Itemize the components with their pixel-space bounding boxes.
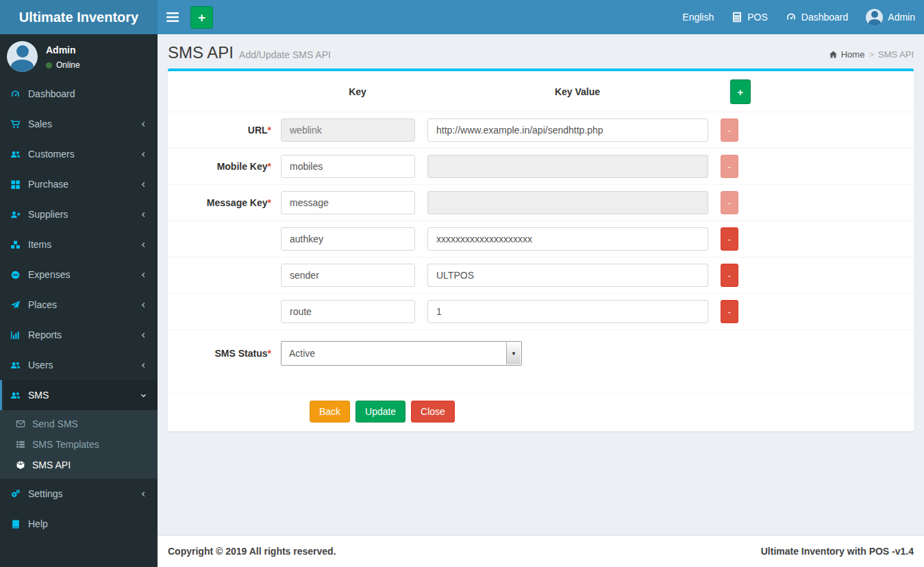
sidebar-item-purchase[interactable]: Purchase bbox=[0, 169, 158, 199]
quick-add-button[interactable]: + bbox=[190, 6, 213, 29]
sidebar-item-settings[interactable]: Settings bbox=[0, 479, 158, 509]
row-label: Message Key* bbox=[177, 197, 281, 208]
sms-status-select[interactable]: Active ▼ bbox=[281, 341, 522, 366]
sidebar-item-label: Purchase bbox=[28, 179, 68, 190]
sidebar-item-customers[interactable]: Customers bbox=[0, 139, 158, 169]
sidebar-item-sms-api[interactable]: SMS API bbox=[0, 455, 158, 475]
back-button[interactable]: Back bbox=[310, 401, 350, 423]
user-menu-label: Admin bbox=[888, 12, 915, 23]
dashboard-link[interactable]: Dashboard bbox=[777, 0, 858, 34]
app-title: Ultimate Inventory bbox=[19, 10, 138, 25]
pos-label: POS bbox=[747, 12, 768, 23]
user-avatar bbox=[7, 41, 38, 72]
key-input[interactable] bbox=[281, 191, 415, 214]
list-icon bbox=[16, 440, 25, 449]
cubes-icon bbox=[10, 240, 21, 250]
chevron-left-icon bbox=[140, 301, 147, 309]
chevron-down-icon bbox=[140, 392, 147, 399]
key-input[interactable] bbox=[281, 300, 415, 323]
remove-row-button[interactable]: - bbox=[721, 264, 738, 287]
key-value-input[interactable] bbox=[427, 300, 708, 323]
page-footer: Copyright © 2019 All rights reserved. Ul… bbox=[158, 535, 924, 567]
close-button[interactable]: Close bbox=[411, 401, 455, 423]
key-value-column-header: Key Value bbox=[437, 86, 718, 97]
key-value-input bbox=[427, 155, 708, 178]
sidebar-item-users[interactable]: Users bbox=[0, 350, 158, 380]
select-arrow-icon: ▼ bbox=[506, 342, 521, 364]
chevron-left-icon bbox=[140, 362, 147, 369]
grid-icon bbox=[10, 179, 21, 190]
breadcrumb-home-link[interactable]: Home bbox=[829, 49, 865, 60]
sidebar-item-dashboard[interactable]: Dashboard bbox=[0, 79, 158, 109]
users-icon bbox=[10, 149, 21, 160]
key-input[interactable] bbox=[281, 227, 415, 251]
page-subtitle: Add/Update SMS API bbox=[239, 49, 331, 60]
user-avatar-icon bbox=[866, 9, 883, 26]
users-icon bbox=[10, 390, 21, 401]
form-row-route: - bbox=[168, 293, 914, 329]
home-icon bbox=[829, 50, 838, 59]
key-value-input[interactable] bbox=[427, 118, 708, 142]
sidebar-item-sms-templates[interactable]: SMS Templates bbox=[0, 434, 158, 455]
sidebar-user-status: Online bbox=[56, 60, 80, 70]
sidebar-item-label: Reports bbox=[28, 329, 62, 340]
chevron-left-icon bbox=[140, 151, 147, 158]
users-icon bbox=[10, 360, 21, 370]
book-icon bbox=[10, 519, 21, 529]
sidebar-item-suppliers[interactable]: Suppliers bbox=[0, 199, 158, 229]
language-menu[interactable]: English bbox=[673, 0, 723, 34]
form-row-message-key: Message Key* - bbox=[168, 184, 914, 220]
required-asterisk: * bbox=[268, 125, 271, 136]
top-navbar: Ultimate Inventory + English POS Dashboa… bbox=[0, 0, 924, 34]
sidebar-item-sms[interactable]: SMS bbox=[0, 380, 158, 410]
key-input[interactable] bbox=[281, 155, 415, 178]
sidebar-item-label: Dashboard bbox=[28, 88, 75, 99]
form-row-url: URL* - bbox=[168, 112, 914, 148]
sidebar-item-sales[interactable]: Sales bbox=[0, 109, 158, 139]
sidebar: Admin Online Dashboard Sales Customers P… bbox=[0, 34, 158, 567]
remove-row-button: - bbox=[721, 118, 738, 142]
sidebar-item-label: Customers bbox=[28, 149, 75, 160]
breadcrumb-current: SMS API bbox=[878, 49, 914, 60]
breadcrumb-separator: > bbox=[869, 49, 874, 60]
key-input[interactable] bbox=[281, 264, 415, 287]
sidebar-item-label: Expenses bbox=[28, 269, 70, 280]
envelope-icon bbox=[16, 419, 25, 429]
chevron-left-icon bbox=[140, 490, 147, 498]
sidebar-user-name: Admin bbox=[46, 45, 80, 55]
remove-row-button: - bbox=[721, 191, 738, 214]
form-actions: Back Update Close bbox=[168, 393, 914, 431]
sidebar-item-expenses[interactable]: Expenses bbox=[0, 260, 158, 290]
sidebar-item-items[interactable]: Items bbox=[0, 229, 158, 260]
chevron-left-icon bbox=[140, 121, 147, 128]
remove-row-button[interactable]: - bbox=[721, 300, 738, 323]
sidebar-item-label: SMS API bbox=[32, 459, 71, 470]
remove-row-button[interactable]: - bbox=[721, 227, 738, 251]
sidebar-toggle-button[interactable] bbox=[158, 0, 188, 34]
key-column-header: Key bbox=[290, 86, 425, 97]
sidebar-item-places[interactable]: Places bbox=[0, 290, 158, 320]
sidebar-item-label: Items bbox=[28, 239, 51, 250]
update-button[interactable]: Update bbox=[355, 401, 405, 423]
user-menu[interactable]: Admin bbox=[857, 0, 924, 34]
chevron-left-icon bbox=[140, 241, 147, 249]
sidebar-user-panel: Admin Online bbox=[0, 34, 158, 79]
gauge-icon bbox=[10, 89, 21, 99]
sidebar-item-help[interactable]: Help bbox=[0, 509, 158, 539]
key-value-input[interactable] bbox=[427, 227, 708, 251]
bar-chart-icon bbox=[10, 330, 21, 340]
key-value-input[interactable] bbox=[427, 264, 708, 287]
hamburger-icon bbox=[166, 12, 179, 22]
sidebar-item-reports[interactable]: Reports bbox=[0, 320, 158, 350]
calculator-icon bbox=[732, 12, 742, 23]
sms-submenu: Send SMS SMS Templates SMS API bbox=[0, 410, 158, 479]
breadcrumb: Home > SMS API bbox=[829, 49, 914, 62]
pos-link[interactable]: POS bbox=[723, 0, 777, 34]
sidebar-item-send-sms[interactable]: Send SMS bbox=[0, 414, 158, 434]
dashboard-label: Dashboard bbox=[801, 12, 849, 23]
add-row-button[interactable]: + bbox=[730, 79, 751, 104]
chevron-left-icon bbox=[140, 181, 147, 188]
content-header: SMS APIAdd/Update SMS API Home > SMS API bbox=[158, 34, 924, 68]
sidebar-item-label: SMS bbox=[28, 390, 49, 401]
app-logo[interactable]: Ultimate Inventory bbox=[0, 0, 158, 34]
